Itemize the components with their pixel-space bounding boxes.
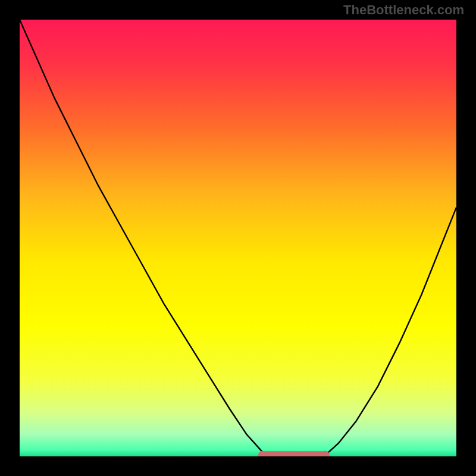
- chart-container: TheBottleneck.com: [0, 0, 476, 476]
- curve-layer: [20, 20, 456, 456]
- watermark-label: TheBottleneck.com: [343, 2, 464, 18]
- bottleneck-curve: [20, 20, 456, 456]
- plot-area: [20, 20, 456, 456]
